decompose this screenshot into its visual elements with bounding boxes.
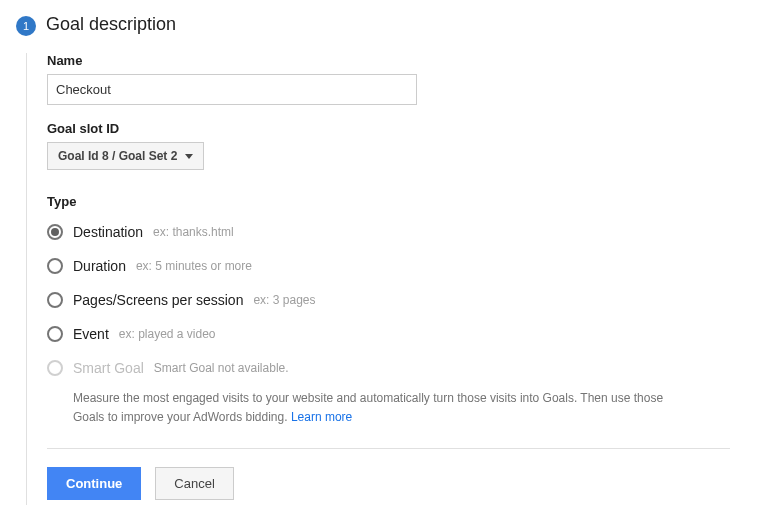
goal-slot-selected: Goal Id 8 / Goal Set 2 <box>58 149 177 163</box>
type-option-smart: Smart Goal Smart Goal not available. <box>47 351 770 385</box>
continue-button[interactable]: Continue <box>47 467 141 500</box>
radio-icon[interactable] <box>47 292 63 308</box>
type-option-event[interactable]: Event ex: played a video <box>47 317 770 351</box>
type-option-destination[interactable]: Destination ex: thanks.html <box>47 215 770 249</box>
radio-icon <box>47 360 63 376</box>
type-option-duration[interactable]: Duration ex: 5 minutes or more <box>47 249 770 283</box>
step-title-1: Goal description <box>46 8 770 43</box>
radio-hint: ex: thanks.html <box>153 225 234 239</box>
name-input[interactable] <box>47 74 417 105</box>
radio-label: Destination <box>73 224 143 240</box>
step-badge-1: 1 <box>16 16 36 36</box>
chevron-down-icon <box>185 154 193 159</box>
radio-hint: Smart Goal not available. <box>154 361 289 375</box>
radio-label: Event <box>73 326 109 342</box>
radio-hint: ex: 5 minutes or more <box>136 259 252 273</box>
type-label: Type <box>47 194 770 209</box>
radio-label: Pages/Screens per session <box>73 292 243 308</box>
goal-slot-dropdown[interactable]: Goal Id 8 / Goal Set 2 <box>47 142 204 170</box>
radio-icon[interactable] <box>47 326 63 342</box>
name-label: Name <box>47 53 770 68</box>
radio-label: Duration <box>73 258 126 274</box>
divider <box>47 448 730 449</box>
type-option-pages[interactable]: Pages/Screens per session ex: 3 pages <box>47 283 770 317</box>
radio-hint: ex: 3 pages <box>253 293 315 307</box>
radio-label: Smart Goal <box>73 360 144 376</box>
smart-goal-description: Measure the most engaged visits to your … <box>47 385 737 426</box>
cancel-button[interactable]: Cancel <box>155 467 233 500</box>
radio-icon[interactable] <box>47 258 63 274</box>
step-goal-description: 1 Goal description Name Goal slot ID Goa… <box>0 8 770 505</box>
radio-hint: ex: played a video <box>119 327 216 341</box>
learn-more-link[interactable]: Learn more <box>291 410 352 424</box>
goal-slot-label: Goal slot ID <box>47 121 770 136</box>
radio-icon[interactable] <box>47 224 63 240</box>
smart-goal-text: Measure the most engaged visits to your … <box>73 391 663 424</box>
